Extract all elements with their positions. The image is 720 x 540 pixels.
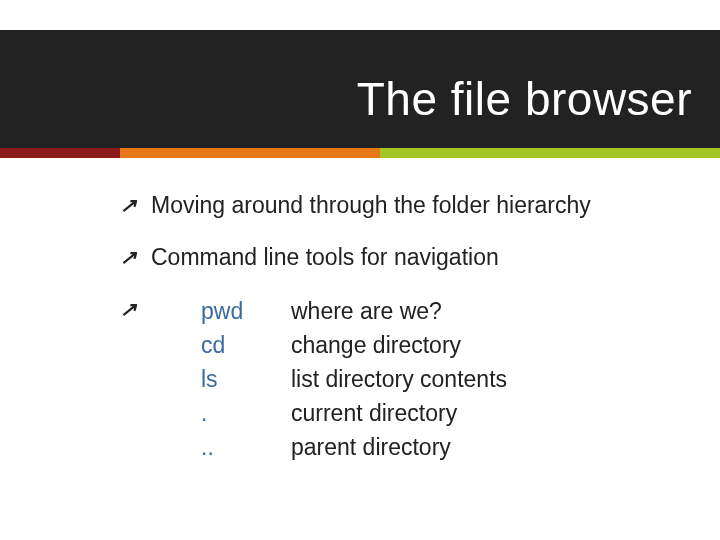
- command-desc: where are we?: [291, 294, 507, 328]
- command-name: ..: [201, 430, 291, 464]
- slide-body: ↗ Moving around through the folder hiera…: [120, 190, 680, 486]
- command-desc: current directory: [291, 396, 507, 430]
- command-desc: change directory: [291, 328, 507, 362]
- command-column: pwd cd ls . ..: [201, 294, 291, 464]
- bullet-item: ↗ Command line tools for navigation: [120, 242, 680, 272]
- command-name: .: [201, 396, 291, 430]
- accent-bar-red: [0, 148, 120, 158]
- accent-bar: [0, 148, 720, 158]
- command-name: ls: [201, 362, 291, 396]
- arrow-icon: ↗: [120, 294, 137, 324]
- command-name: cd: [201, 328, 291, 362]
- bullet-text: Moving around through the folder hierarc…: [151, 190, 591, 220]
- arrow-icon: ↗: [120, 190, 137, 220]
- slide-title: The file browser: [357, 72, 692, 126]
- command-desc: parent directory: [291, 430, 507, 464]
- arrow-icon: ↗: [120, 242, 137, 272]
- bullet-text: Command line tools for navigation: [151, 242, 499, 272]
- command-table: pwd cd ls . .. where are we? change dire…: [201, 294, 507, 464]
- bullet-item: ↗ Moving around through the folder hiera…: [120, 190, 680, 220]
- accent-bar-green: [380, 148, 720, 158]
- slide: The file browser ↗ Moving around through…: [0, 0, 720, 540]
- command-name: pwd: [201, 294, 291, 328]
- description-column: where are we? change directory list dire…: [291, 294, 507, 464]
- bullet-item: ↗ pwd cd ls . .. where are we? change di…: [120, 294, 680, 464]
- command-desc: list directory contents: [291, 362, 507, 396]
- accent-bar-orange: [120, 148, 380, 158]
